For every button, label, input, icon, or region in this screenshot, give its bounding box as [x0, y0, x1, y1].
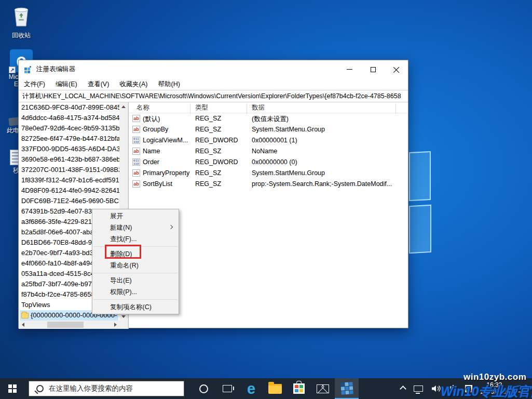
scroll-down-icon: [121, 315, 126, 318]
taskbar-regedit-button-active[interactable]: [335, 378, 359, 399]
tree-item[interactable]: 78e0ed7-92d6-4cec-9b59-3135b: [19, 123, 119, 134]
context-menu-item[interactable]: 新建(N): [92, 222, 179, 233]
taskbar-mail-button[interactable]: [311, 378, 335, 399]
context-menu-item[interactable]: 导出(E): [92, 275, 179, 286]
column-separator[interactable]: [395, 103, 396, 114]
taskbar-search-input[interactable]: 在这里输入你要搜索的内容: [29, 381, 184, 396]
tree-item[interactable]: 4D98F09-6124-4fe0-9942-82641: [19, 185, 119, 196]
context-menu: 展开新建(N)查找(F)...删除(D)重命名(R)导出(E)权限(P)...复…: [92, 209, 179, 314]
value-name: GroupBy: [143, 126, 168, 133]
value-type: REG_SZ: [195, 126, 221, 133]
edge-icon: e: [247, 381, 255, 396]
context-menu-item[interactable]: 复制项名称(C): [92, 301, 179, 313]
context-menu-item[interactable]: 查找(F)...: [92, 233, 179, 245]
menu-edit[interactable]: 编辑(E): [50, 80, 83, 89]
column-header-type[interactable]: 类型: [195, 103, 208, 112]
tree-item[interactable]: 372207C-0011-438F-9151-098B2: [19, 165, 119, 175]
registry-value-row[interactable]: abPrimaryPropertyREG_SZSystem.StartMenu.…: [129, 168, 408, 179]
folder-icon: [268, 384, 282, 394]
context-menu-item[interactable]: 展开: [92, 210, 179, 222]
taskbar-file-explorer-button[interactable]: [263, 378, 287, 399]
title-bar[interactable]: 注册表编辑器: [19, 60, 408, 78]
context-menu-item-label: 重命名(R): [110, 262, 139, 269]
menu-help[interactable]: 帮助(H): [153, 80, 185, 89]
column-separator[interactable]: [190, 103, 190, 114]
reg-sz-icon: ab: [132, 148, 140, 155]
context-menu-item[interactable]: 权限(P)...: [92, 286, 179, 298]
watermark-site-name: Win10专业版官网: [441, 383, 532, 399]
tree-horizontal-scrollbar[interactable]: [19, 321, 128, 329]
value-data: (数值未设置): [252, 115, 289, 124]
menu-bar: 文件(F) 编辑(E) 查看(V) 收藏夹(A) 帮助(H): [19, 78, 408, 90]
reg-sz-icon: ab: [132, 115, 140, 122]
column-headers: 名称 类型 数据: [129, 102, 408, 113]
scroll-right-button[interactable]: [111, 321, 119, 329]
context-menu-item-label: 权限(P)...: [110, 288, 137, 296]
value-type: REG_SZ: [195, 180, 221, 188]
regedit-app-icon: [24, 65, 32, 74]
tree-item[interactable]: 3690e58-e961-423b-b687-386eb: [19, 154, 119, 165]
context-menu-item-label: 复制项名称(C): [110, 303, 152, 311]
context-menu-item-label: 导出(E): [110, 277, 132, 284]
taskbar-store-button[interactable]: [287, 378, 311, 399]
reg-sz-icon: ab: [132, 169, 140, 177]
value-data: System.StartMenu.Group: [252, 126, 325, 133]
scrollbar-thumb[interactable]: [47, 322, 84, 328]
regedit-window: 注册表编辑器 文件(F) 编辑(E) 查看(V) 收藏夹(A) 帮助(H) 计算…: [18, 60, 408, 328]
regedit-icon: [340, 382, 353, 395]
value-data: System.StartMenu.Group: [252, 169, 325, 177]
tree-item[interactable]: 21C636D-9FC8-40d7-899E-0845: [19, 102, 119, 113]
window-title: 注册表编辑器: [36, 65, 75, 74]
store-icon: [293, 383, 305, 394]
tree-item[interactable]: 1f8339f-f312-4c97-b1c6-ecdf591: [19, 175, 119, 185]
registry-value-row[interactable]: 011110OrderREG_DWORD0x00000000 (0): [129, 157, 408, 168]
context-menu-item[interactable]: 重命名(R): [92, 260, 179, 271]
cortana-button[interactable]: [192, 378, 215, 399]
menu-file[interactable]: 文件(F): [19, 80, 50, 89]
taskbar-edge-button[interactable]: e: [239, 378, 263, 399]
value-type: REG_DWORD: [195, 137, 238, 144]
value-type: REG_SZ: [195, 169, 221, 177]
value-name: LogicalViewM...: [143, 137, 188, 144]
tree-item[interactable]: 82725ee-6f47-479e-b447-812bfa: [19, 134, 119, 144]
tray-expand-icon[interactable]: [400, 385, 406, 392]
value-type: REG_SZ: [195, 115, 221, 122]
scroll-right-icon: [114, 323, 117, 327]
reg-sz-icon: ab: [132, 180, 140, 188]
registry-value-row[interactable]: 011110LogicalViewM...REG_DWORD0x00000001…: [129, 135, 408, 146]
mail-icon: [317, 384, 329, 393]
address-bar[interactable]: 计算机\HKEY_LOCAL_MACHINE\SOFTWARE\Microsof…: [19, 90, 408, 102]
menu-view[interactable]: 查看(V): [83, 80, 115, 89]
column-separator[interactable]: [247, 103, 247, 114]
task-view-button[interactable]: [215, 378, 239, 399]
delete-highlight-box: [105, 245, 141, 259]
network-icon[interactable]: [414, 385, 423, 392]
value-name: PrimaryProperty: [143, 169, 189, 177]
volume-icon[interactable]: [431, 384, 442, 393]
start-button[interactable]: [0, 378, 25, 399]
close-button[interactable]: [385, 60, 408, 78]
scroll-up-button[interactable]: [119, 102, 128, 111]
value-data: 0x00000001 (1): [252, 137, 297, 144]
registry-value-row[interactable]: abSortByListREG_SZprop:-System.Search.Ra…: [129, 179, 408, 190]
registry-value-row[interactable]: abGroupByREG_SZSystem.StartMenu.Group: [129, 124, 408, 135]
registry-value-row[interactable]: ab(默认)REG_SZ(数值未设置): [129, 113, 408, 124]
column-header-name[interactable]: 名称: [137, 103, 149, 112]
maximize-button[interactable]: [361, 60, 385, 78]
recycle-bin-icon: [9, 3, 33, 28]
submenu-arrow-icon: [169, 225, 173, 229]
watermark-url: win10zyb.com: [463, 372, 526, 382]
scroll-up-icon: [121, 105, 126, 108]
tree-item[interactable]: 337FD00-9DD5-4635-A6D4-DA33: [19, 144, 119, 154]
shortcut-arrow-icon: ↗: [9, 66, 16, 73]
tree-item[interactable]: D0FC69B-71E2-46e5-9690-5BCD: [19, 196, 119, 206]
menu-favorites[interactable]: 收藏夹(A): [114, 80, 153, 89]
column-header-data[interactable]: 数据: [252, 103, 265, 112]
tree-item[interactable]: 4d6ddcc-4a68-4175-a374-bd584: [19, 113, 119, 123]
search-icon: [36, 385, 44, 392]
scroll-left-button[interactable]: [19, 321, 27, 329]
desktop-icon-recycle-bin[interactable]: 回收站: [5, 3, 37, 40]
registry-value-row[interactable]: abNameREG_SZNoName: [129, 146, 408, 157]
minimize-button[interactable]: [338, 60, 361, 78]
scroll-left-icon: [22, 323, 24, 327]
